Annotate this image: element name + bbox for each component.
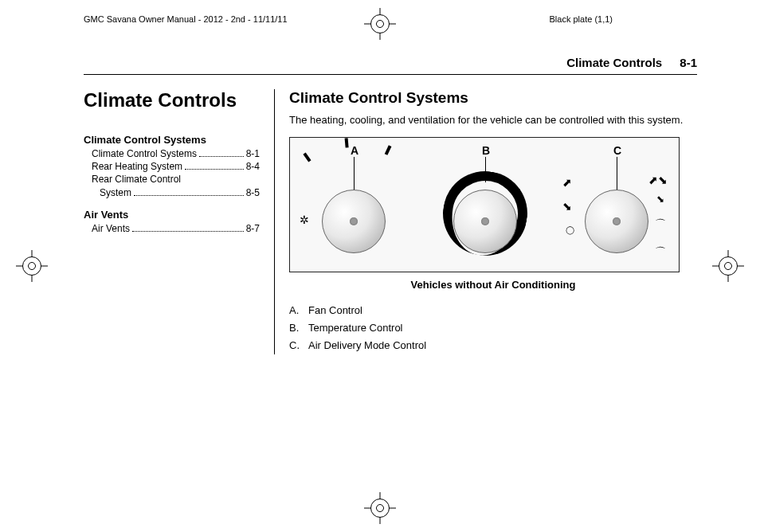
toc-entry: System 8-5 <box>84 186 260 199</box>
crop-mark-top <box>364 8 396 40</box>
running-head-title: Climate Controls <box>566 56 662 69</box>
airflow-icon: ⬊ <box>656 194 664 205</box>
legend-item: B. Temperature Control <box>289 319 426 337</box>
toc-page: 8-4 <box>246 160 260 173</box>
toc-entry: Rear Heating System 8-4 <box>84 160 260 173</box>
legend-text: Temperature Control <box>308 319 403 337</box>
toc-label: Rear Climate Control <box>92 173 181 186</box>
crop-mark-right <box>712 250 744 282</box>
toc-leader <box>132 231 244 232</box>
toc-leader <box>199 156 244 157</box>
legend-letter: B. <box>289 319 308 337</box>
toc-page: 8-7 <box>246 222 260 235</box>
climate-control-diagram: A B C ✲ ⬈ ⬊ ◯ ⬈⬊ ⬊ <box>289 137 680 272</box>
temp-dial-icon <box>453 190 517 253</box>
vent-icon: ⬊ <box>562 200 572 213</box>
toc-group-heading: Climate Control Systems <box>84 134 260 146</box>
defrost-icon: ⌒ <box>655 245 666 260</box>
toc-label: Rear Heating System <box>92 160 182 173</box>
tick-icon <box>303 152 311 162</box>
callout-label-c: C <box>613 144 621 157</box>
chapter-title: Climate Controls <box>84 89 260 111</box>
running-head-page: 8-1 <box>680 56 697 69</box>
toc-entry: Rear Climate Control <box>84 173 260 186</box>
mode-dial-icon <box>585 190 648 253</box>
callout-leader <box>354 157 355 190</box>
section-heading: Climate Control Systems <box>289 89 697 107</box>
toc-page: 8-1 <box>246 147 260 160</box>
toc-label: Air Vents <box>92 222 130 235</box>
toc-leader <box>185 169 244 170</box>
figure-caption: Vehicles without Air Conditioning <box>289 279 697 291</box>
print-header: GMC Savana Owner Manual - 2012 - 2nd - 1… <box>84 14 708 24</box>
legend-letter: C. <box>289 337 308 354</box>
callout-label-b: B <box>482 144 490 157</box>
left-column: Climate Controls Climate Control Systems… <box>84 89 275 354</box>
legend-letter: A. <box>289 302 308 319</box>
callout-leader <box>617 157 617 190</box>
toc-page: 8-5 <box>246 186 260 199</box>
crop-mark-bottom <box>364 492 396 524</box>
fan-dial-icon <box>322 190 386 253</box>
manual-id-line: GMC Savana Owner Manual - 2012 - 2nd - 1… <box>84 14 288 24</box>
toc-entry: Air Vents 8-7 <box>84 222 260 235</box>
page-content: Climate Controls 8-1 Climate Controls Cl… <box>84 56 697 354</box>
off-dot-icon: ◯ <box>566 225 574 234</box>
legend: A. Fan Control B. Temperature Control C.… <box>289 302 697 354</box>
legend-item: C. Air Delivery Mode Control <box>289 337 426 354</box>
callout-label-a: A <box>351 144 358 157</box>
running-head: Climate Controls 8-1 <box>84 56 697 75</box>
fan-icon: ✲ <box>300 213 309 226</box>
toc-label: System <box>100 186 131 199</box>
legend-item: A. Fan Control <box>289 302 426 319</box>
legend-text: Air Delivery Mode Control <box>308 337 426 354</box>
legend-text: Fan Control <box>308 302 362 319</box>
airflow-icon: ⬈⬊ <box>648 174 668 186</box>
vent-icon: ⬈ <box>562 176 572 189</box>
toc-group-heading: Air Vents <box>84 209 260 221</box>
right-column: Climate Control Systems The heating, coo… <box>275 89 697 354</box>
tick-icon <box>345 138 349 147</box>
toc-label: Climate Control Systems <box>92 147 197 160</box>
toc-entry: Climate Control Systems 8-1 <box>84 147 260 160</box>
toc-leader <box>134 195 244 196</box>
crop-mark-left <box>16 250 48 282</box>
defrost-icon: ⌒ <box>655 217 666 232</box>
intro-paragraph: The heating, cooling, and ventilation fo… <box>289 113 697 127</box>
plate-info: Black plate (1,1) <box>550 14 708 24</box>
tick-icon <box>385 145 392 155</box>
